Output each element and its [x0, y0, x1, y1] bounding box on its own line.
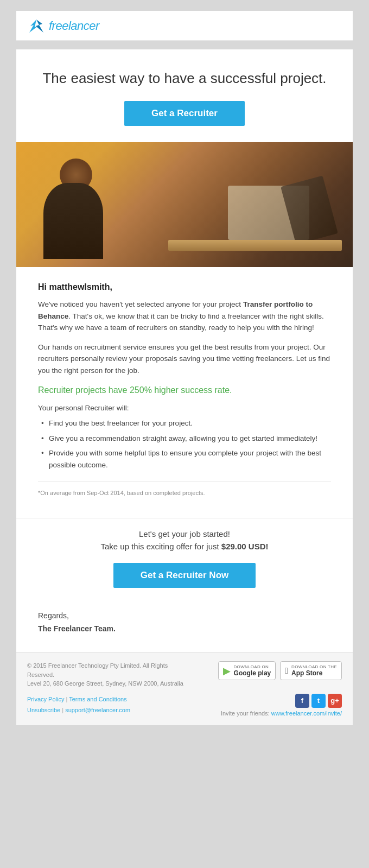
regards-line1: Regards, [38, 610, 331, 623]
body-section: Hi matthewlsmith, We've noticed you have… [16, 267, 353, 518]
apple-icon:  [285, 666, 288, 676]
offer-amount: $29.00 USD! [221, 542, 269, 551]
para1-cont: . That's ok, we know that it can be tric… [38, 312, 324, 332]
desk-surface [168, 240, 342, 251]
copyright-text: © 2015 Freelancer Technology Pty Limited… [27, 661, 190, 679]
logo-text: freelancer [49, 19, 99, 33]
hero-title: The easiest way to have a successful pro… [38, 69, 331, 88]
google-play-text: Download on Google play [234, 664, 271, 677]
app-store-large: App Store [291, 669, 337, 677]
regards-line2: The Freelancer Team. [38, 624, 116, 633]
regards-section: Regards, The Freelancer Team. [16, 604, 353, 652]
get-recruiter-button[interactable]: Get a Recruiter [124, 101, 245, 126]
get-recruiter-now-button[interactable]: Get a Recruiter Now [113, 563, 256, 588]
twitter-icon[interactable]: t [311, 694, 326, 708]
google-play-small: Download on [234, 664, 271, 669]
unsubscribe-link[interactable]: Unsubscribe [27, 707, 60, 713]
footer-address: © 2015 Freelancer Technology Pty Limited… [27, 661, 190, 688]
app-buttons: ▶ Download on Google play  Download on … [218, 661, 342, 680]
cta-tagline: Let's get your job started! [38, 529, 331, 538]
footer-links-line1: Privacy Policy | Terms and Conditions [27, 694, 130, 705]
google-plus-icon[interactable]: g+ [328, 694, 342, 708]
facebook-icon[interactable]: f [295, 694, 309, 708]
silhouette-body [43, 183, 103, 259]
list-item: Provide you with some helpful tips to en… [38, 447, 331, 471]
invite-link[interactable]: www.freelancer.com/invite/ [271, 710, 342, 717]
google-play-button[interactable]: ▶ Download on Google play [218, 661, 276, 680]
support-email-link[interactable]: support@freelancer.com [65, 707, 130, 713]
terms-link[interactable]: Terms and Conditions [69, 696, 126, 702]
google-play-icon: ▶ [223, 665, 231, 677]
app-store-button[interactable]:  Download on the App Store [280, 661, 342, 680]
footer-links-line2: Unsubscribe | support@freelancer.com [27, 705, 130, 716]
footer-links: Privacy Policy | Terms and Conditions Un… [27, 694, 130, 716]
freelancer-bird-icon [27, 18, 46, 34]
footer-top: © 2015 Freelancer Technology Pty Limited… [27, 661, 342, 688]
hero-section: The easiest way to have a successful pro… [16, 49, 353, 142]
app-store-text: Download on the App Store [291, 664, 337, 677]
footer: © 2015 Freelancer Technology Pty Limited… [16, 652, 353, 725]
invite-text: Invite your friends: www.freelancer.com/… [221, 710, 342, 717]
offer-text: Take up this exciting offer for just [100, 542, 221, 551]
success-rate-text: Recruiter projects have 250% higher succ… [38, 384, 331, 396]
social-area: f t g+ Invite your friends: www.freelanc… [221, 694, 342, 717]
cta-section: Let's get your job started! Take up this… [16, 518, 353, 604]
regards-text: Regards, The Freelancer Team. [38, 610, 331, 636]
app-store-small: Download on the [291, 664, 337, 669]
logo-area: freelancer [27, 18, 342, 34]
email-header: freelancer [16, 11, 353, 41]
body-para-2: Our hands on recruitment service ensures… [38, 341, 331, 377]
privacy-policy-link[interactable]: Privacy Policy [27, 696, 64, 702]
svg-marker-1 [36, 20, 43, 33]
main-card: The easiest way to have a successful pro… [16, 49, 353, 725]
hero-image [16, 142, 353, 267]
bullet-list: Find you the best freelancer for your pr… [38, 417, 331, 471]
footnote: *On average from Sep-Oct 2014, based on … [38, 481, 331, 496]
body-para-1: We've noticed you haven't yet selected a… [38, 299, 331, 334]
desk-area [163, 186, 353, 267]
recruiter-will-text: Your personal Recruiter will: [38, 404, 331, 412]
footer-bottom: Privacy Policy | Terms and Conditions Un… [27, 694, 342, 717]
social-icons: f t g+ [295, 694, 342, 708]
person-silhouette [33, 153, 141, 262]
address-text: Level 20, 680 George Street, Sydney, NSW… [27, 679, 190, 688]
greeting: Hi matthewlsmith, [38, 282, 331, 292]
para1-text: We've noticed you haven't yet selected a… [38, 300, 243, 308]
google-play-large: Google play [234, 669, 271, 677]
list-item: Give you a recommendation straight away,… [38, 433, 331, 445]
cta-offer: Take up this exciting offer for just $29… [38, 542, 331, 551]
list-item: Find you the best freelancer for your pr… [38, 417, 331, 429]
invite-label: Invite your friends: [221, 710, 271, 717]
